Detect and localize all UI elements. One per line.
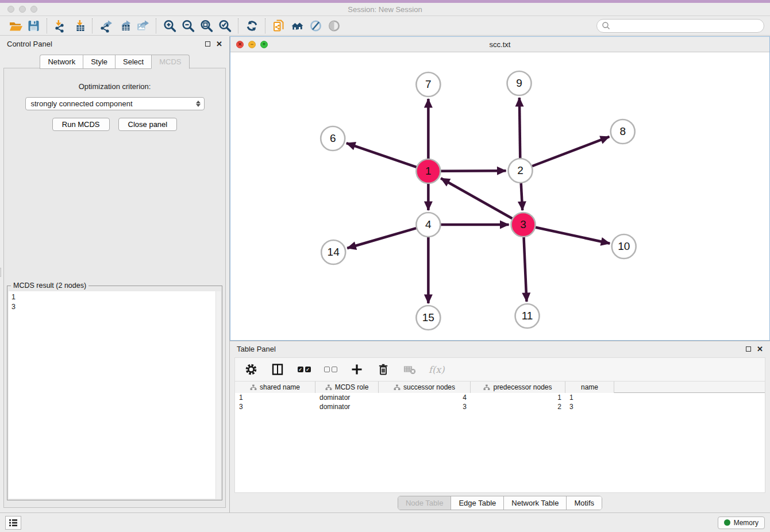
mcds-result-text[interactable]: 13 xyxy=(9,291,221,499)
graph-edge-1-2[interactable] xyxy=(440,171,506,171)
optimization-criterion-label: Optimization criterion: xyxy=(4,82,225,91)
import-network-icon[interactable] xyxy=(51,18,70,34)
table-cell[interactable]: 2 xyxy=(471,402,565,411)
tab-edge-table[interactable]: Edge Table xyxy=(451,496,503,510)
graph-edge-1-6[interactable] xyxy=(346,143,417,167)
graph-edge-2-9[interactable] xyxy=(519,98,520,159)
float-panel-icon[interactable] xyxy=(205,41,210,47)
graph-node-3[interactable]: 3 xyxy=(511,213,536,237)
mcds-panel: Optimization criterion: strongly connect… xyxy=(3,68,226,508)
optimization-criterion-select[interactable]: strongly connected component xyxy=(25,97,205,110)
search-box[interactable] xyxy=(596,19,764,33)
column-header-predecessor-nodes[interactable]: predecessor nodes xyxy=(471,381,565,393)
graph-node-9[interactable]: 9 xyxy=(507,71,532,95)
graph-node-14[interactable]: 14 xyxy=(321,240,345,264)
node-table[interactable]: shared nameMCDS rolesuccessor nodesprede… xyxy=(234,381,765,493)
select-all-columns-icon[interactable]: ✓✓ xyxy=(297,362,311,377)
graph-edge-4-14[interactable] xyxy=(347,228,417,248)
close-panel-icon[interactable]: ✕ xyxy=(216,40,222,48)
zoom-selected-icon[interactable] xyxy=(215,18,234,34)
close-table-panel-icon[interactable]: ✕ xyxy=(757,345,763,353)
tab-network-table[interactable]: Network Table xyxy=(503,496,566,510)
tab-select[interactable]: Select xyxy=(115,55,151,69)
table-cell[interactable]: dominator xyxy=(315,402,379,411)
tab-style[interactable]: Style xyxy=(83,55,115,69)
result-scrollbar[interactable] xyxy=(215,291,221,499)
minimize-view-button[interactable]: − xyxy=(248,41,256,48)
open-session-icon[interactable] xyxy=(6,18,24,34)
table-row[interactable]: 1dominator411 xyxy=(235,393,765,402)
memory-label: Memory xyxy=(734,519,759,527)
network-view-title: scc.txt xyxy=(230,40,769,49)
export-network-icon[interactable] xyxy=(97,18,115,34)
export-image-icon[interactable] xyxy=(133,18,152,34)
main-toolbar xyxy=(0,16,770,36)
table-panel-title: Table Panel xyxy=(237,345,276,353)
maximize-view-button[interactable]: + xyxy=(260,41,268,48)
zoom-fit-icon[interactable] xyxy=(197,18,215,34)
table-cell[interactable]: 4 xyxy=(379,393,471,402)
export-table-icon[interactable] xyxy=(115,18,133,34)
close-panel-button[interactable]: Close panel xyxy=(118,118,178,131)
tab-motifs[interactable]: Motifs xyxy=(566,496,602,510)
run-mcds-button[interactable]: Run MCDS xyxy=(52,118,110,131)
network-canvas[interactable]: 7968124314101511 xyxy=(230,52,769,340)
table-cell[interactable]: 1 xyxy=(471,393,565,402)
panel-divider-handle[interactable] xyxy=(0,268,1,277)
graph-node-8[interactable]: 8 xyxy=(611,119,635,144)
import-table-icon[interactable] xyxy=(70,18,88,34)
network-home-icon[interactable] xyxy=(288,18,306,34)
control-panel-tabs: NetworkStyleSelectMCDS xyxy=(0,55,229,69)
select-stepper-icon xyxy=(196,101,201,107)
svg-text:1: 1 xyxy=(425,165,432,178)
graph-node-2[interactable]: 2 xyxy=(509,159,533,183)
zoom-in-icon[interactable] xyxy=(160,18,179,34)
show-columns-icon[interactable] xyxy=(270,362,285,377)
network-window-titlebar[interactable]: ✕ − + scc.txt xyxy=(230,37,769,52)
column-header-mcds-role[interactable]: MCDS role xyxy=(315,381,379,393)
save-session-icon[interactable] xyxy=(24,18,43,34)
refresh-icon[interactable] xyxy=(242,18,261,34)
graph-edge-2-8[interactable] xyxy=(532,137,609,167)
graph-node-15[interactable]: 15 xyxy=(416,306,440,330)
table-cell[interactable]: dominator xyxy=(315,393,379,402)
table-row[interactable]: 3dominator323 xyxy=(235,402,765,411)
float-table-panel-icon[interactable] xyxy=(746,346,751,352)
graph-node-6[interactable]: 6 xyxy=(321,126,345,151)
tab-network[interactable]: Network xyxy=(40,55,83,69)
hide-panels-icon[interactable] xyxy=(306,18,325,34)
graph-node-7[interactable]: 7 xyxy=(416,72,440,97)
close-view-button[interactable]: ✕ xyxy=(236,41,244,48)
svg-text:14: 14 xyxy=(328,246,340,259)
settings-gear-icon[interactable] xyxy=(244,362,259,377)
network-graph[interactable]: 7968124314101511 xyxy=(230,52,769,340)
task-history-button[interactable] xyxy=(5,516,21,530)
graph-edge-3-11[interactable] xyxy=(523,237,526,302)
graph-node-1[interactable]: 1 xyxy=(416,159,440,183)
zoom-out-icon[interactable] xyxy=(179,18,197,34)
graph-node-4[interactable]: 4 xyxy=(416,213,440,237)
tab-node-table[interactable]: Node Table xyxy=(398,496,451,510)
svg-text:7: 7 xyxy=(425,79,432,91)
graph-edge-3-1[interactable] xyxy=(441,178,513,218)
tab-mcds[interactable]: MCDS xyxy=(151,55,189,69)
add-column-icon[interactable] xyxy=(349,362,364,377)
graph-edge-2-3[interactable] xyxy=(521,183,523,210)
graph-node-10[interactable]: 10 xyxy=(612,234,636,259)
column-header-shared-name[interactable]: shared name xyxy=(235,381,315,393)
table-cell[interactable]: 1 xyxy=(565,393,614,402)
column-header-name[interactable]: name xyxy=(565,381,614,393)
memory-button[interactable]: Memory xyxy=(718,516,765,529)
deselect-all-columns-icon[interactable] xyxy=(323,362,338,377)
graph-node-11[interactable]: 11 xyxy=(515,304,540,328)
duplicate-network-icon[interactable] xyxy=(270,18,288,34)
table-cell[interactable]: 3 xyxy=(379,402,471,411)
table-cell[interactable]: 3 xyxy=(235,402,315,411)
column-header-successor-nodes[interactable]: successor nodes xyxy=(379,381,471,393)
table-cell[interactable]: 1 xyxy=(235,393,315,402)
search-input[interactable] xyxy=(611,20,764,32)
table-cell[interactable]: 3 xyxy=(565,402,614,411)
show-panels-icon[interactable] xyxy=(325,18,343,34)
delete-column-icon[interactable] xyxy=(376,362,391,377)
graph-edge-3-10[interactable] xyxy=(535,227,610,243)
